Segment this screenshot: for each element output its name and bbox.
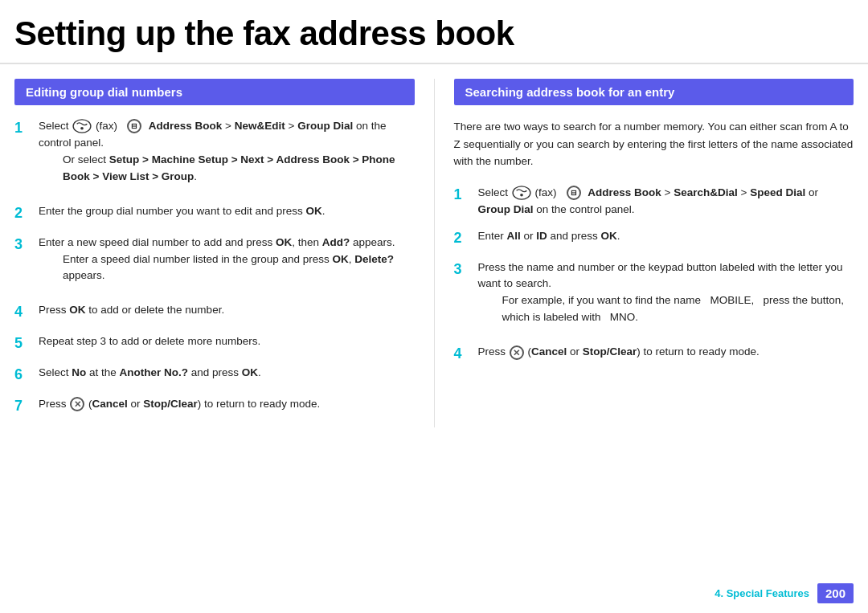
cancel-icon-right: ✕ xyxy=(510,345,524,360)
left-step-4: 4 Press OK to add or delete the number. xyxy=(14,302,415,324)
left-step-7: 7 Press ✕ (Cancel or Stop/Clear) to retu… xyxy=(14,396,415,418)
page-title: Setting up the fax address book xyxy=(0,0,868,64)
svg-point-3 xyxy=(520,194,523,197)
right-step-3-sub: For example, if you want to find the nam… xyxy=(502,292,854,326)
step-7-text: Press ✕ (Cancel or Stop/Clear) to return… xyxy=(39,396,415,413)
left-step-5: 5 Repeat step 3 to add or delete more nu… xyxy=(14,333,415,355)
right-step-number-4: 4 xyxy=(454,343,472,366)
left-step-1: 1 Select (fax) ⊟ Address Book > New&Edit… xyxy=(14,118,415,194)
left-section-header: Editing group dial numbers xyxy=(14,79,415,105)
step-6-text: Select No at the Another No.? and press … xyxy=(39,365,415,382)
step-number-6: 6 xyxy=(14,364,32,386)
step-number-3: 3 xyxy=(14,234,32,256)
step-number-7: 7 xyxy=(14,395,32,418)
right-intro-text: There are two ways to search for a numbe… xyxy=(454,118,854,170)
right-step-2-text: Enter All or ID and press OK. xyxy=(478,228,854,245)
step-number-1: 1 xyxy=(14,117,32,140)
left-section: Editing group dial numbers 1 Select (fax… xyxy=(14,79,434,427)
svg-point-1 xyxy=(80,127,84,130)
svg-point-0 xyxy=(73,120,91,133)
right-step-3-text: Press the name and number or the keypad … xyxy=(478,260,854,335)
right-step-1-text: Select (fax) ⊟ Address Book > Search&Dia… xyxy=(478,185,854,219)
step-number-4: 4 xyxy=(14,301,32,324)
footer: 4. Special Features 200 xyxy=(714,583,854,603)
right-step-number-2: 2 xyxy=(454,227,472,250)
fax-icon-1 xyxy=(72,118,92,134)
svg-point-2 xyxy=(513,186,530,199)
step-5-text: Repeat step 3 to add or delete more numb… xyxy=(39,333,415,350)
step-number-2: 2 xyxy=(14,202,32,225)
left-step-2: 2 Enter the group dial number you want t… xyxy=(14,203,415,225)
right-step-2: 2 Enter All or ID and press OK. xyxy=(454,228,854,250)
step-1-text: Select (fax) ⊟ Address Book > New&Edit >… xyxy=(39,118,415,194)
right-step-1: 1 Select (fax) ⊟ Address Book > Search&D… xyxy=(454,185,854,219)
footer-label: 4. Special Features xyxy=(714,587,809,599)
footer-page-number: 200 xyxy=(817,583,854,603)
right-step-4-text: Press ✕ (Cancel or Stop/Clear) to return… xyxy=(478,344,854,361)
left-step-6: 6 Select No at the Another No.? and pres… xyxy=(14,365,415,386)
right-step-number-1: 1 xyxy=(454,184,472,206)
address-book-icon-2: ⊟ xyxy=(567,186,581,200)
fax-icon-2 xyxy=(511,185,532,201)
right-step-4: 4 Press ✕ (Cancel or Stop/Clear) to retu… xyxy=(454,344,854,366)
right-step-number-3: 3 xyxy=(454,259,472,281)
right-step-3: 3 Press the name and number or the keypa… xyxy=(454,260,854,335)
right-section: Searching address book for an entry Ther… xyxy=(434,79,854,427)
step-4-text: Press OK to add or delete the number. xyxy=(39,302,415,319)
cancel-icon-left: ✕ xyxy=(70,397,84,411)
left-step-3-sub: Enter a speed dial number listed in the … xyxy=(63,251,415,285)
address-book-icon-1: ⊟ xyxy=(127,119,141,133)
step-3-text: Enter a new speed dial number to add and… xyxy=(39,235,415,293)
left-step-1-sub: Or select Setup > Machine Setup > Next >… xyxy=(63,152,415,186)
left-step-3: 3 Enter a new speed dial number to add a… xyxy=(14,235,415,293)
left-step-list: 1 Select (fax) ⊟ Address Book > New&Edit… xyxy=(14,118,415,418)
right-section-header: Searching address book for an entry xyxy=(454,79,854,105)
right-step-list: 1 Select (fax) ⊟ Address Book > Search&D… xyxy=(454,185,854,366)
step-number-5: 5 xyxy=(14,333,32,355)
step-2-text: Enter the group dial number you want to … xyxy=(39,203,415,220)
